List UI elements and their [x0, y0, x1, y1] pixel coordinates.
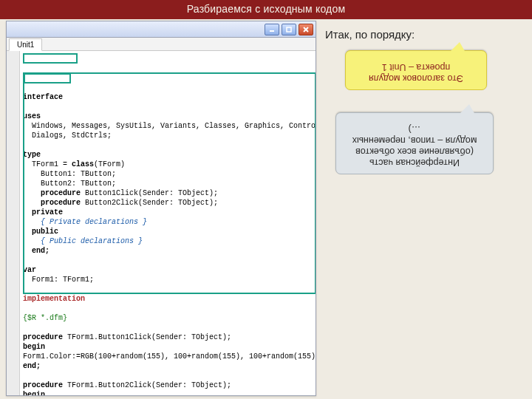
slide-title: Разбираемся с исходным кодом	[0, 0, 532, 19]
tab-strip: Unit1	[7, 38, 316, 51]
minimize-icon[interactable]	[265, 24, 279, 35]
gutter	[7, 51, 20, 396]
maximize-icon[interactable]	[282, 24, 296, 35]
code-area: unit Unit1; interface uses Windows, Mess…	[7, 51, 316, 396]
window-titlebar	[7, 21, 316, 38]
tab-unit1[interactable]: Unit1	[9, 38, 42, 51]
slide-content: Unit1 unit Unit1; interface uses Windows…	[0, 19, 532, 399]
callout-unit-header: Это заголовок модуля проекта – Unit 1	[345, 50, 487, 90]
close-icon[interactable]	[299, 24, 313, 35]
intro-text: Итак, по порядку:	[325, 28, 415, 41]
svg-rect-1	[287, 27, 291, 32]
highlight-unit	[23, 53, 78, 64]
callout-interface-section: Интерфейсная часть (объявление всех объе…	[335, 112, 494, 174]
code-window: Unit1 unit Unit1; interface uses Windows…	[6, 21, 316, 396]
